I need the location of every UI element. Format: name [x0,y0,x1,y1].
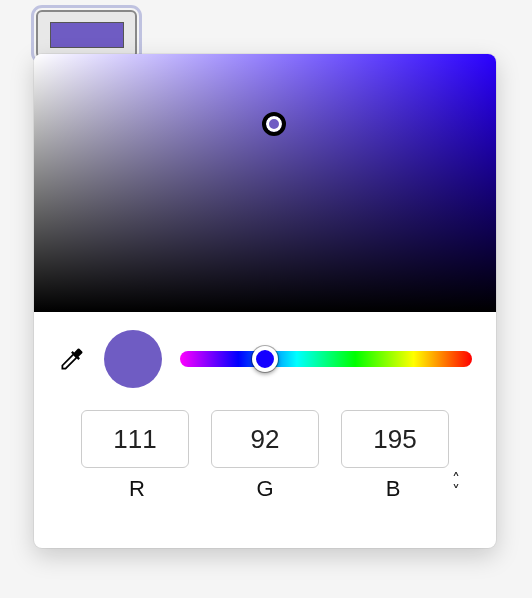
selected-color-preview [104,330,162,388]
green-input[interactable]: 92 [211,410,319,468]
hue-slider[interactable] [180,351,472,367]
red-input[interactable]: 111 [81,410,189,468]
eyedropper-icon[interactable] [58,345,86,373]
red-label: R [84,476,190,502]
hue-slider-thumb[interactable] [252,346,278,372]
saturation-value-thumb[interactable] [262,112,286,136]
blue-label: B [340,476,446,502]
chevron-down-icon: ˅ [452,486,460,498]
color-picker-popover: 111 92 195 R G B ˄ ˅ [34,54,496,548]
green-label: G [212,476,318,502]
color-swatch-button[interactable] [36,10,137,59]
color-mode-toggle[interactable]: ˄ ˅ [452,474,460,498]
saturation-value-field[interactable] [34,54,496,312]
blue-input[interactable]: 195 [341,410,449,468]
color-swatch-preview [50,22,124,48]
